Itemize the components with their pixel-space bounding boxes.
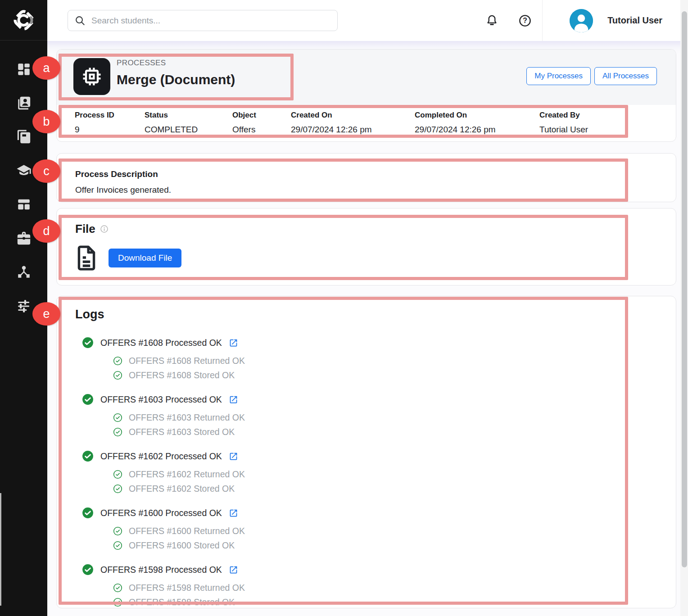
app-logo[interactable] [0, 0, 47, 41]
contacts-icon [16, 95, 32, 111]
detail-process-id: Process ID 9 [75, 111, 145, 135]
log-sub-row: OFFERS #1600 Returned OK [113, 524, 676, 538]
annotation-marker-c: c [32, 159, 60, 183]
scrollbar-track [680, 0, 688, 616]
check-outline-icon [113, 526, 122, 536]
process-description-card: Process Description Offer Invoices gener… [56, 153, 676, 202]
info-icon[interactable] [100, 225, 109, 233]
main-content: PROCESSES Merge (Document) My Processes … [47, 41, 680, 616]
log-group: OFFERS #1603 Processed OK OFFERS #1603 R… [82, 393, 676, 439]
user-menu[interactable]: Tutorial User [570, 0, 662, 41]
process-details-row: Process ID 9 Status COMPLETED Object Off… [57, 105, 676, 135]
sidebar-item-briefcase[interactable] [15, 230, 32, 247]
log-sub-row: OFFERS #1603 Returned OK [113, 410, 676, 425]
log-sub-row: OFFERS #1603 Stored OK [113, 425, 676, 439]
app-logo-icon [9, 6, 38, 35]
log-sub-row: OFFERS #1600 Stored OK [113, 538, 676, 553]
open-in-new-icon[interactable] [229, 395, 238, 404]
sidebar-item-layout[interactable] [15, 196, 32, 213]
user-silhouette-icon [570, 9, 593, 32]
help-icon: ? [518, 14, 532, 27]
check-circle-icon [82, 507, 94, 519]
log-main-text: OFFERS #1608 Processed OK [100, 338, 222, 348]
sliders-icon [16, 298, 32, 313]
log-main-text: OFFERS #1600 Processed OK [100, 508, 222, 518]
download-file-button[interactable]: Download File [109, 249, 181, 267]
user-name: Tutorial User [607, 15, 662, 26]
log-group: OFFERS #1598 Processed OK OFFERS #1598 R… [82, 563, 676, 609]
check-outline-icon [113, 413, 122, 422]
check-outline-icon [113, 484, 122, 494]
notifications-button[interactable] [485, 14, 498, 27]
sidebar-item-documents[interactable] [15, 128, 32, 145]
documents-icon [16, 129, 32, 145]
sidebar-item-settings[interactable] [15, 297, 32, 314]
my-processes-button[interactable]: My Processes [526, 67, 591, 85]
log-list: OFFERS #1608 Processed OK OFFERS #1608 R… [75, 336, 676, 609]
open-in-new-icon[interactable] [229, 508, 238, 518]
check-outline-icon [113, 356, 122, 366]
check-circle-icon [82, 337, 94, 349]
annotation-marker-e: e [32, 302, 60, 326]
check-outline-icon [113, 371, 122, 380]
check-outline-icon [113, 541, 122, 550]
topbar: ? Tutorial User [47, 0, 680, 41]
log-sub-row: OFFERS #1598 Returned OK [113, 580, 676, 595]
check-circle-icon [82, 564, 94, 575]
svg-text:?: ? [523, 17, 527, 24]
document-icon [75, 245, 98, 271]
check-circle-icon [82, 394, 94, 405]
avatar [570, 9, 593, 32]
annotation-marker-d: d [32, 219, 60, 243]
graduation-cap-icon [16, 163, 32, 178]
process-card: PROCESSES Merge (Document) My Processes … [56, 49, 676, 142]
file-card: File Download File [56, 208, 676, 285]
log-group: OFFERS #1602 Processed OK OFFERS #1602 R… [82, 449, 676, 496]
scrollbar-thumb[interactable] [682, 11, 687, 567]
log-sub-row: OFFERS #1608 Stored OK [113, 368, 676, 382]
sidebar-item-contacts[interactable] [15, 95, 32, 112]
sidebar-item-dashboard[interactable] [15, 61, 32, 78]
detail-created-on: Created On 29/07/2024 12:26 pm [291, 111, 415, 135]
process-description-body: Offer Invoices generated. [75, 185, 676, 195]
check-outline-icon [113, 427, 122, 437]
all-processes-button[interactable]: All Processes [594, 67, 657, 85]
breadcrumb: PROCESSES [117, 59, 235, 68]
briefcase-icon [16, 231, 32, 246]
process-description-title: Process Description [75, 169, 676, 179]
log-sub-row: OFFERS #1602 Returned OK [113, 467, 676, 481]
open-in-new-icon[interactable] [229, 565, 238, 575]
check-circle-icon [82, 450, 94, 462]
open-in-new-icon[interactable] [229, 452, 238, 461]
search-box [68, 10, 338, 31]
bell-icon [485, 14, 498, 27]
search-input[interactable] [91, 16, 331, 26]
annotation-marker-b: b [32, 110, 60, 133]
layout-icon [16, 197, 32, 212]
check-outline-icon [113, 470, 122, 479]
log-main-text: OFFERS #1602 Processed OK [100, 451, 222, 462]
detail-status: Status COMPLETED [145, 111, 232, 135]
check-outline-icon [113, 598, 122, 607]
left-scroll-indicator [0, 493, 1, 606]
process-type-badge [73, 58, 110, 95]
open-in-new-icon[interactable] [229, 338, 238, 348]
logs-card: Logs OFFERS #1608 Processed OK [56, 296, 676, 608]
log-main-text: OFFERS #1598 Processed OK [100, 565, 222, 575]
page-title: Merge (Document) [117, 72, 235, 87]
sidebar-item-workflow[interactable] [15, 263, 32, 281]
annotation-marker-a: a [32, 56, 60, 80]
log-main-text: OFFERS #1603 Processed OK [100, 394, 222, 405]
dashboard-icon [16, 62, 32, 77]
search-icon [74, 15, 86, 27]
file-section-title: File [75, 222, 95, 236]
chip-icon [80, 65, 104, 88]
workflow-icon [16, 264, 32, 280]
log-group: OFFERS #1608 Processed OK OFFERS #1608 R… [82, 336, 676, 382]
detail-object: Object Offers [232, 111, 291, 135]
process-header-band: PROCESSES Merge (Document) My Processes … [57, 50, 676, 105]
help-button[interactable]: ? [518, 14, 532, 27]
sidebar-item-education[interactable] [15, 162, 32, 179]
topbar-divider [542, 0, 543, 41]
detail-created-by: Created By Tutorial User [539, 111, 676, 135]
